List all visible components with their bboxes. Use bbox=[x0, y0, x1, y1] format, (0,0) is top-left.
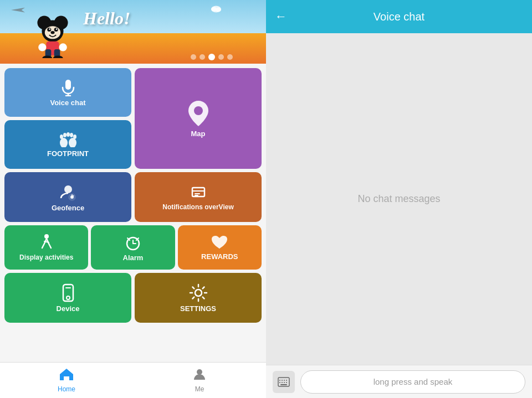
bottom-nav: Home Me bbox=[0, 362, 266, 398]
microphone-icon bbox=[59, 79, 77, 96]
settings-label: SETTINGS bbox=[180, 304, 216, 313]
svg-point-47 bbox=[197, 369, 202, 375]
chat-input-area: long press and speak bbox=[266, 365, 532, 398]
svg-point-7 bbox=[56, 28, 58, 30]
svg-point-6 bbox=[49, 28, 50, 30]
svg-point-22 bbox=[60, 138, 68, 147]
geofence-label: Geofence bbox=[52, 204, 84, 212]
left-panel: Hello! bbox=[0, 0, 266, 398]
device-label: Device bbox=[57, 304, 80, 313]
svg-point-25 bbox=[63, 133, 66, 137]
tile-voice-chat[interactable]: Voice chat bbox=[4, 68, 131, 117]
tile-settings[interactable]: SETTINGS bbox=[135, 273, 262, 323]
right-panel: ← Voice chat No chat messages long press… bbox=[266, 0, 532, 398]
tile-display-activities[interactable]: Display activities bbox=[4, 225, 88, 270]
svg-point-24 bbox=[60, 135, 63, 139]
tile-geofence[interactable]: Geofence bbox=[4, 172, 131, 222]
row-1-2: Voice chat bbox=[4, 68, 262, 169]
notifications-label: Notifications overView bbox=[162, 203, 233, 211]
row-3: Geofence Notifications overView bbox=[4, 172, 262, 222]
svg-rect-33 bbox=[192, 188, 204, 197]
banner-dots bbox=[191, 54, 233, 60]
map-pin-icon bbox=[187, 100, 209, 127]
tile-alarm[interactable]: Alarm bbox=[91, 225, 175, 270]
home-label: Home bbox=[58, 385, 75, 393]
nav-home[interactable]: Home bbox=[0, 368, 133, 393]
chat-header: ← Voice chat bbox=[266, 0, 532, 33]
dot-1 bbox=[191, 54, 196, 60]
left-col: Voice chat bbox=[4, 68, 131, 169]
svg-point-29 bbox=[194, 106, 203, 115]
map-label: Map bbox=[191, 130, 206, 138]
person-icon bbox=[193, 368, 206, 384]
me-label: Me bbox=[195, 385, 204, 393]
svg-rect-19 bbox=[65, 80, 71, 90]
banner-character bbox=[33, 14, 72, 58]
voice-chat-label: Voice chat bbox=[50, 99, 85, 107]
nav-me[interactable]: Me bbox=[133, 368, 266, 393]
svg-point-26 bbox=[66, 132, 70, 137]
display-activities-label: Display activities bbox=[19, 254, 73, 261]
svg-point-12 bbox=[38, 43, 46, 51]
svg-point-44 bbox=[66, 296, 70, 299]
footprint-label: FOOTPRINT bbox=[47, 149, 89, 158]
dot-5 bbox=[227, 54, 233, 60]
dot-3 bbox=[208, 54, 215, 60]
dot-2 bbox=[200, 54, 205, 60]
tile-device[interactable]: Device bbox=[4, 273, 131, 323]
dot-4 bbox=[218, 54, 224, 60]
tile-notifications[interactable]: Notifications overView bbox=[135, 172, 262, 222]
svg-point-46 bbox=[195, 290, 202, 296]
chat-title: Voice chat bbox=[296, 11, 502, 23]
svg-point-18 bbox=[216, 8, 221, 12]
footprint-icon bbox=[58, 132, 78, 147]
notifications-icon bbox=[190, 183, 207, 201]
svg-point-23 bbox=[69, 138, 76, 147]
svg-point-27 bbox=[70, 133, 73, 137]
svg-point-13 bbox=[59, 43, 67, 51]
banner-hello-text: Hello! bbox=[83, 8, 130, 29]
geofence-icon bbox=[59, 183, 78, 201]
alarm-icon bbox=[125, 234, 141, 251]
tile-footprint[interactable]: FOOTPRINT bbox=[4, 120, 131, 169]
no-messages-text: No chat messages bbox=[357, 193, 440, 205]
chat-messages-area: No chat messages bbox=[266, 33, 532, 365]
tile-map[interactable]: Map bbox=[135, 68, 262, 169]
tile-rewards[interactable]: REWARDS bbox=[178, 225, 262, 270]
speak-button[interactable]: long press and speak bbox=[300, 370, 525, 394]
heart-icon bbox=[211, 235, 228, 250]
banner: Hello! bbox=[0, 0, 266, 64]
plane-icon bbox=[11, 4, 25, 15]
grid-area: Voice chat bbox=[0, 64, 266, 362]
row-4: Display activities Alarm bbox=[4, 225, 262, 270]
svg-point-30 bbox=[64, 185, 72, 193]
back-button[interactable]: ← bbox=[275, 9, 287, 24]
device-icon bbox=[60, 283, 76, 302]
cloud-icon bbox=[211, 3, 222, 14]
svg-rect-43 bbox=[63, 285, 73, 301]
keyboard-button[interactable] bbox=[273, 371, 295, 393]
running-icon bbox=[39, 234, 54, 251]
row-5: Device SETTINGS bbox=[4, 273, 262, 323]
svg-point-28 bbox=[73, 135, 76, 139]
alarm-label: Alarm bbox=[123, 254, 144, 262]
settings-gear-icon bbox=[189, 283, 208, 302]
home-icon bbox=[59, 368, 74, 384]
rewards-label: REWARDS bbox=[201, 252, 238, 261]
svg-point-8 bbox=[50, 31, 54, 34]
